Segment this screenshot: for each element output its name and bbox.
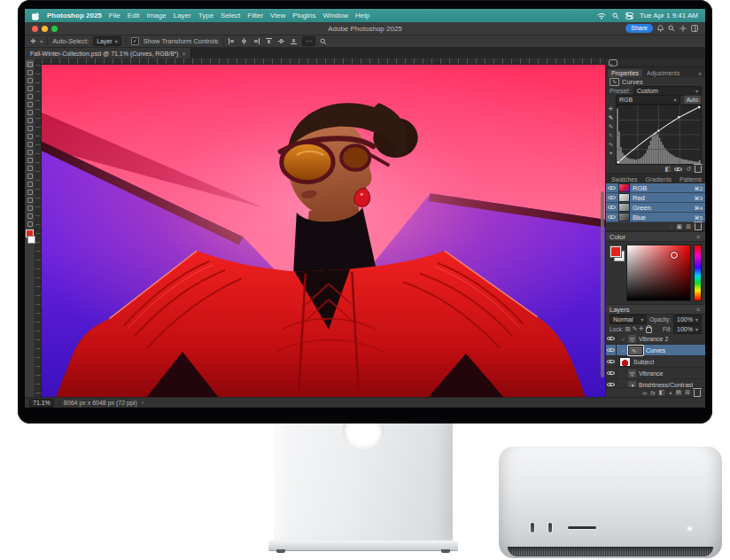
delete-adjustment-icon[interactable] [695,166,702,173]
foreground-color-swatch[interactable] [610,246,621,257]
blur-tool[interactable] [26,164,34,171]
clip-to-layer-icon[interactable]: ◧ [665,166,672,173]
layer-row-subject[interactable]: Subject [606,356,705,368]
zoom-tool-options-icon[interactable] [320,38,327,45]
menu-item-help[interactable]: Help [355,12,369,19]
menu-item-filter[interactable]: Filter [247,12,263,19]
rectangle-tool[interactable] [26,204,34,211]
lock-all-icon[interactable] [646,327,652,333]
align-center-icon[interactable] [240,37,248,45]
pen-tool[interactable] [26,180,34,187]
gradient-tool[interactable] [26,156,34,163]
layer-mask-icon[interactable]: ◧ [659,389,665,396]
lasso-tool[interactable] [26,76,34,83]
align-left-icon[interactable] [228,37,236,45]
tool-preset-caret-icon[interactable]: ▾ [40,38,43,44]
auto-button[interactable]: Auto [683,95,702,105]
menu-item-select[interactable]: Select [221,12,240,19]
align-middle-icon[interactable] [277,37,285,45]
adjustment-layer-icon[interactable]: ◑ [668,390,672,396]
search-icon[interactable] [668,25,675,32]
zoom-window-button[interactable] [51,26,58,32]
hue-slider[interactable] [694,245,702,301]
zoom-tool[interactable] [26,220,34,227]
spotlight-search-icon[interactable] [612,12,619,19]
new-layer-icon[interactable]: ⊞ [685,389,690,396]
layer-group-icon[interactable]: ▤ [676,389,682,396]
menu-item-plugins[interactable]: Plugins [292,12,315,19]
frame-tool[interactable] [26,100,34,107]
reset-icon[interactable]: ↺ [686,166,691,173]
workspace-switcher-icon[interactable] [691,25,698,32]
visibility-toggle[interactable] [606,368,617,378]
rectangular-marquee-tool[interactable] [26,68,34,75]
visibility-toggle[interactable] [606,379,617,387]
new-channel-icon[interactable]: ⊞ [686,223,691,230]
hand-tool[interactable] [26,212,34,219]
align-top-icon[interactable] [265,37,273,45]
wifi-icon[interactable] [597,12,606,19]
menu-item-type[interactable]: Type [198,12,214,19]
tab-patterns[interactable]: Patterns [676,175,705,183]
align-bottom-icon[interactable] [290,37,298,45]
channel-dropdown[interactable]: RGB▾ [616,95,680,105]
panel-menu-icon[interactable]: ≡ [696,307,702,313]
brush-tool[interactable] [26,124,34,131]
link-layers-icon[interactable]: ∞ [642,390,647,396]
menu-item-image[interactable]: Image [146,12,166,19]
align-right-icon[interactable] [252,37,260,45]
layer-name[interactable]: Vibrance [639,370,664,377]
type-tool[interactable] [26,188,34,195]
delete-channel-icon[interactable] [695,223,702,230]
path-selection-tool[interactable] [26,196,34,203]
load-selection-icon[interactable]: ◌ [669,223,672,229]
saturation-brightness-field[interactable] [626,245,691,301]
menu-item-layer[interactable]: Layer [174,12,191,19]
close-window-button[interactable] [32,26,38,32]
eye-icon[interactable] [608,204,616,211]
visibility-icon[interactable] [674,166,682,173]
visibility-toggle[interactable] [606,356,617,367]
apple-menu-icon[interactable] [32,12,40,20]
targeted-adjustment-icon[interactable]: ✛ [609,105,613,113]
smooth-curve-icon[interactable]: ⌖ [610,150,613,157]
menu-bar-clock[interactable]: Tue Apr 1 9:41 AM [640,12,698,19]
curve-pencil-icon[interactable]: ∿ [609,141,613,148]
eye-icon[interactable] [608,194,616,201]
white-point-eyedropper-icon[interactable]: ✎ [609,132,613,139]
menu-item-app[interactable]: Photoshop 2025 [47,12,102,19]
eye-icon[interactable] [608,184,616,191]
auto-select-dropdown[interactable]: Layer▾ [93,36,121,46]
close-tab-icon[interactable]: × [182,51,185,57]
layer-thumbnail[interactable] [619,357,631,367]
lock-position-icon[interactable]: ✛ [639,325,643,332]
more-align-options-button[interactable]: ⋯ [302,36,315,46]
layer-name[interactable]: Subject [633,359,654,365]
menu-item-view[interactable]: View [270,12,285,19]
spot-healing-tool[interactable] [26,116,34,123]
layer-effects-icon[interactable]: fx [650,390,655,396]
vertical-scrollbar-thumb[interactable] [601,191,604,377]
comments-panel-icon[interactable] [609,59,617,66]
preset-dropdown[interactable]: Custom▾ [633,86,702,96]
black-point-eyedropper-icon[interactable]: ✎ [609,114,613,121]
channel-row-blue[interactable]: Blue ⌘5 [606,213,705,222]
tab-gradients[interactable]: Gradients [641,175,674,183]
document-tab[interactable]: Fall-Winter-Collection.psd @ 71.1% (Curv… [25,48,191,58]
object-selection-tool[interactable] [26,84,34,91]
channel-row-green[interactable]: Green ⌘4 [606,203,705,213]
crop-tool[interactable] [26,92,34,99]
lock-transparency-icon[interactable]: ▨ [625,325,631,332]
tab-properties[interactable]: Properties [608,69,642,77]
show-transform-checkbox[interactable]: ✓ [131,37,139,45]
fill-value[interactable]: 100%▾ [673,324,702,334]
opacity-value[interactable]: 100%▾ [673,315,702,324]
clone-stamp-tool[interactable] [26,132,34,139]
zoom-level-input[interactable]: 71.1% [29,399,54,408]
visibility-toggle[interactable] [606,333,617,344]
gray-point-eyedropper-icon[interactable]: ✎ [609,123,613,130]
eye-icon[interactable] [608,214,616,221]
layer-row-vibrance-2[interactable]: ∟ ▽ Vibrance 2 [606,333,705,345]
layer-row-brightness-contrast[interactable]: ◑ Brightness/Contrast [606,379,705,387]
eyedropper-tool[interactable] [26,108,34,115]
